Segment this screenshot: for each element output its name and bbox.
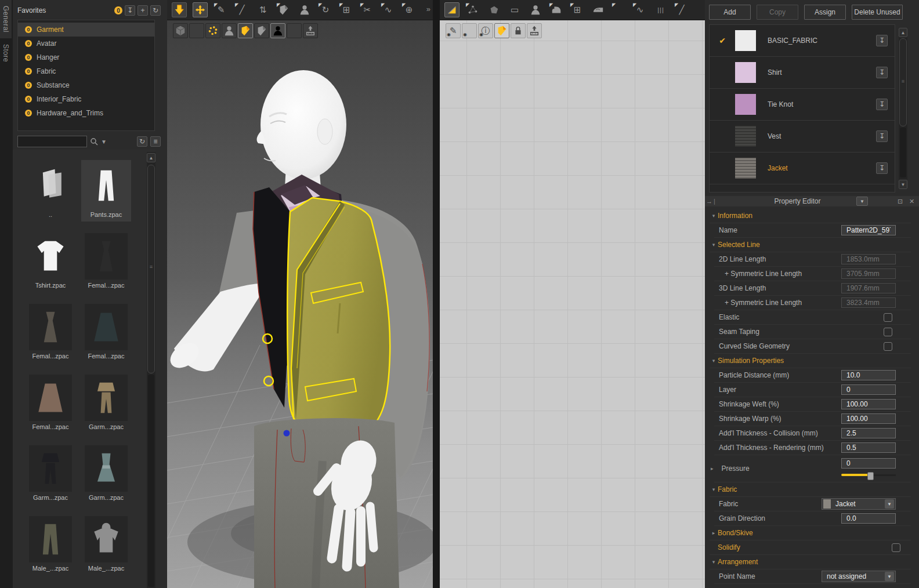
section-selected-line[interactable]: ▾Selected Line: [710, 238, 911, 252]
fabric-row-shirt[interactable]: Shirt↧: [710, 57, 895, 89]
search-input[interactable]: [17, 136, 87, 147]
fabric-scrollbar[interactable]: ▲ ≡ ▼: [899, 28, 907, 189]
dock-arrow-icon[interactable]: →: [706, 198, 712, 205]
transform-pattern-icon[interactable]: [444, 2, 459, 17]
point-name-dropdown[interactable]: not assigned▼: [822, 571, 896, 582]
fabric-dropdown[interactable]: Jacket▼: [822, 498, 896, 510]
fold-arrangement-icon[interactable]: ◤: [276, 2, 291, 17]
pattern-2d-canvas[interactable]: [440, 20, 705, 588]
show-globe-icon[interactable]: [287, 23, 302, 38]
avatar-pattern-icon[interactable]: [528, 2, 543, 17]
tab-general[interactable]: General: [0, 0, 12, 38]
particle-distance-mm--field[interactable]: [841, 370, 896, 380]
shirt-tool-icon[interactable]: ◤: [612, 2, 627, 17]
rotate-pattern-icon[interactable]: ↻◤: [318, 2, 333, 17]
toolbar-overflow-icon[interactable]: »: [426, 5, 430, 13]
show-pattern-mesh-icon[interactable]: [254, 23, 269, 38]
show-garment-2d-icon[interactable]: ◉: [462, 23, 477, 38]
pressure-slider[interactable]: [841, 472, 896, 478]
shrinkage-weft--field[interactable]: [841, 399, 896, 409]
pleats-tool-icon[interactable]: |||: [653, 2, 668, 17]
tab-store[interactable]: Store: [0, 38, 12, 68]
popout-icon[interactable]: ⊡: [896, 198, 904, 205]
browser-scrollbar[interactable]: ▲ ≡: [147, 152, 155, 588]
curve-2d-icon[interactable]: ∿◤: [632, 2, 647, 17]
scroll-up-icon[interactable]: ▲: [147, 153, 155, 162]
measure-2d-icon[interactable]: [527, 23, 542, 38]
add-l-thickness-collision-mm--field[interactable]: [841, 428, 896, 438]
show-garment-icon[interactable]: [189, 23, 204, 38]
browser-item-pants-zpac[interactable]: Pants.zpac: [81, 160, 131, 222]
seam-line-icon[interactable]: ╱◤: [674, 2, 689, 17]
favorites-item-avatar[interactable]: 0Avatar: [18, 37, 154, 50]
show-pattern-icon[interactable]: [238, 23, 253, 38]
pen-tool-icon[interactable]: ╱◤: [234, 2, 249, 17]
close-icon[interactable]: ✕: [907, 198, 916, 205]
chevron-down-icon[interactable]: ▼: [885, 572, 894, 581]
favorites-item-garment[interactable]: 0Garment: [18, 23, 154, 37]
section-bond-skive[interactable]: ▸Bond/Skive: [710, 526, 911, 540]
show-pattern-2d-icon[interactable]: [494, 23, 509, 38]
browser-item-femal-zpac[interactable]: Femal...zpac: [81, 231, 131, 292]
iron-tool-icon[interactable]: [591, 2, 606, 17]
scroll-down-icon[interactable]: ▼: [899, 180, 907, 189]
seam-taping-checkbox[interactable]: [884, 328, 892, 336]
select-move-icon[interactable]: [193, 2, 208, 17]
add-l-thickness-rendering-mm--field[interactable]: [841, 442, 896, 453]
fabric-swatch[interactable]: [735, 158, 756, 179]
dart-tool-icon[interactable]: ✂◤: [360, 2, 375, 17]
browser-item-garm-zpac[interactable]: Garm...zpac: [81, 372, 131, 434]
solidify-checkbox[interactable]: [892, 543, 900, 552]
show-seamline-icon[interactable]: ✎◉: [446, 23, 461, 38]
browser-item-garm-zpac[interactable]: Garm...zpac: [81, 443, 131, 504]
browser-item-male-zpac[interactable]: Male_...zpac: [26, 514, 75, 575]
section-miscellaneous[interactable]: ▸Miscellaneous: [710, 584, 911, 588]
select-brush-icon[interactable]: ✎◤: [214, 2, 229, 17]
save-fabric-icon[interactable]: ↧: [876, 67, 888, 78]
search-icon[interactable]: [90, 137, 98, 146]
show-info-icon[interactable]: ⓘ◉: [478, 23, 493, 38]
refresh-browser-icon[interactable]: ↻: [137, 136, 147, 147]
simulate-icon[interactable]: [172, 2, 187, 17]
curve-tool-icon[interactable]: ∿◤: [381, 2, 396, 17]
search-options-caret[interactable]: ▼: [101, 139, 107, 145]
browser-item-garm-zpac[interactable]: Garm...zpac: [26, 443, 75, 504]
show-texture-dots-icon[interactable]: [205, 23, 220, 38]
save-fabric-icon[interactable]: ↧: [876, 130, 888, 142]
favorites-item-fabric[interactable]: 0Fabric: [18, 64, 154, 78]
lock-pattern-icon[interactable]: [511, 23, 526, 38]
refresh-favorites-icon[interactable]: ↻: [150, 5, 161, 16]
polygon-tool-icon[interactable]: [486, 2, 501, 17]
section-solidify[interactable]: Solidify: [710, 540, 911, 555]
avatar-arrangement-icon[interactable]: [297, 2, 312, 17]
section-simulation-properties[interactable]: ▾Simulation Properties: [710, 354, 911, 368]
measure-3d-icon[interactable]: [303, 23, 318, 38]
show-avatar-skin-icon[interactable]: [270, 23, 285, 38]
fabric-swatch[interactable]: [735, 126, 756, 147]
show-cube-icon[interactable]: [173, 23, 188, 38]
slider-handle[interactable]: [867, 472, 874, 480]
grain-direction-field[interactable]: [841, 513, 896, 524]
favorites-item-hanger[interactable]: 0Hanger: [18, 50, 154, 64]
fabric-swatch[interactable]: [735, 62, 756, 83]
clo-badge-icon[interactable]: 0: [114, 6, 122, 14]
property-editor-menu-icon[interactable]: ▼: [856, 197, 868, 206]
elastic-checkbox[interactable]: [884, 313, 892, 322]
scroll-up-icon[interactable]: ▲: [899, 28, 907, 37]
name-field[interactable]: [841, 225, 896, 235]
fabric-row-basic-fabric[interactable]: ✔BASIC_FABRIC↧: [710, 25, 895, 57]
grid-pattern-icon[interactable]: ⊞◤: [570, 2, 585, 17]
show-avatar-icon[interactable]: [222, 23, 237, 38]
list-view-icon[interactable]: ≡: [150, 136, 161, 147]
favorites-item-interior_fabric[interactable]: 0Interior_Fabric: [18, 92, 154, 106]
browser-item-femal-zpac[interactable]: Femal...zpac: [26, 302, 75, 363]
browser-item-femal-zpac[interactable]: Femal...zpac: [26, 372, 75, 434]
layer-field[interactable]: [841, 384, 896, 395]
fabric-row-vest[interactable]: Vest↧: [710, 121, 895, 153]
edit-pattern-icon[interactable]: ◤: [465, 2, 480, 17]
sewing-machine-icon[interactable]: ◤: [549, 2, 564, 17]
browser-item-parent-folder[interactable]: ..: [26, 160, 75, 222]
viewport-2d[interactable]: ◤▭◤⊞◤◤∿◤|||╱◤ ✎◉◉ⓘ◉: [440, 0, 705, 588]
delete-unused-button[interactable]: Delete Unused: [852, 5, 903, 20]
browser-item-tshirt-zpac[interactable]: Tshirt.zpac: [26, 231, 75, 292]
